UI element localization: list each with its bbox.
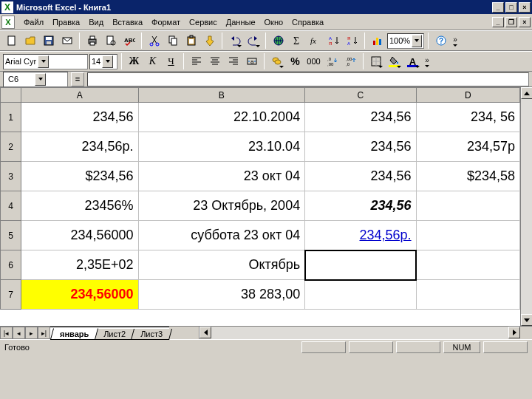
menu-insert[interactable]: Вставка	[108, 16, 147, 28]
underline-button[interactable]: Ч	[163, 53, 180, 69]
cell[interactable]	[305, 280, 416, 310]
tab-first-button[interactable]: |◂	[0, 327, 13, 339]
cell[interactable]: Октябрь	[138, 250, 305, 280]
menu-view[interactable]: Вид	[84, 16, 108, 28]
currency-button[interactable]	[268, 53, 285, 69]
cut-button[interactable]	[146, 33, 163, 49]
cell-active[interactable]	[305, 250, 416, 280]
cell[interactable]: 23456%	[21, 191, 138, 221]
scroll-track[interactable]	[211, 327, 508, 339]
cell[interactable]: 23 окт 04	[138, 162, 305, 191]
save-button[interactable]	[40, 33, 57, 49]
cell[interactable]: 234,56	[21, 103, 138, 132]
scroll-up-button[interactable]	[521, 87, 532, 99]
scroll-right-button[interactable]	[508, 327, 520, 338]
vertical-scrollbar[interactable]	[520, 87, 532, 326]
row-header-7[interactable]: 7	[1, 280, 21, 310]
merge-center-button[interactable]: a	[243, 53, 260, 69]
fill-color-button[interactable]	[386, 53, 403, 69]
decrease-decimal-button[interactable]: ,00,0	[342, 53, 359, 69]
sheet-tab[interactable]: январь	[50, 328, 99, 340]
paste-button[interactable]	[183, 33, 200, 49]
formula-input[interactable]	[87, 72, 529, 86]
font-size-combo[interactable]: 14	[89, 54, 117, 69]
cell[interactable]: $234,56	[21, 162, 138, 191]
doc-minimize-button[interactable]: _	[492, 17, 504, 27]
increase-decimal-button[interactable]: ,0,00	[324, 53, 341, 69]
doc-close-button[interactable]: ×	[519, 17, 531, 27]
sort-desc-button[interactable]: ЯА	[344, 33, 361, 49]
percent-button[interactable]: %	[287, 53, 304, 69]
cell[interactable]: 234,56000	[21, 280, 138, 310]
menu-format[interactable]: Формат	[147, 16, 185, 28]
select-all-corner[interactable]	[1, 88, 21, 103]
format-toolbar-overflow[interactable]	[423, 53, 432, 69]
autosum-button[interactable]: Σ	[288, 33, 305, 49]
cell[interactable]: 22.10.2004	[138, 103, 305, 132]
redo-button[interactable]	[245, 33, 262, 49]
align-left-button[interactable]	[188, 53, 205, 69]
print-button[interactable]	[83, 33, 100, 49]
scroll-track[interactable]	[521, 99, 532, 314]
row-header-4[interactable]: 4	[1, 191, 21, 221]
menu-edit[interactable]: Правка	[48, 16, 84, 28]
tab-next-button[interactable]: ▸	[25, 327, 38, 339]
scroll-down-button[interactable]	[521, 314, 532, 326]
cell[interactable]: 234,56	[305, 103, 416, 132]
row-header-1[interactable]: 1	[1, 103, 21, 132]
cell[interactable]: суббота 23 окт 04	[138, 221, 305, 250]
hyperlink-button[interactable]	[270, 33, 287, 49]
sheet-tab[interactable]: Лист2	[94, 329, 135, 340]
open-button[interactable]	[21, 33, 38, 49]
horizontal-scrollbar[interactable]	[199, 327, 520, 339]
menu-tools[interactable]: Сервис	[185, 16, 222, 28]
row-header-5[interactable]: 5	[1, 221, 21, 250]
row-header-2[interactable]: 2	[1, 132, 21, 162]
zoom-combo[interactable]: 100%	[387, 33, 424, 49]
format-painter-button[interactable]	[201, 33, 218, 49]
row-header-6[interactable]: 6	[1, 250, 21, 280]
font-name-combo[interactable]: Arial Cyr	[3, 54, 88, 69]
sort-asc-button[interactable]: АЯ	[325, 33, 342, 49]
cell[interactable]: 234,56	[305, 132, 416, 162]
cell[interactable]: 234, 56	[416, 103, 519, 132]
scroll-left-button[interactable]	[200, 327, 211, 338]
cell[interactable]: 234,56р.	[21, 132, 138, 162]
paste-function-button[interactable]: fx	[307, 33, 324, 49]
cell[interactable]: 23 Октябрь, 2004	[138, 191, 305, 221]
menu-file[interactable]: Файл	[19, 16, 48, 28]
doc-restore-button[interactable]: ❐	[505, 17, 517, 27]
cell[interactable]	[416, 280, 519, 310]
cell[interactable]	[416, 221, 519, 250]
print-preview-button[interactable]	[102, 33, 119, 49]
col-header-C[interactable]: C	[305, 88, 416, 103]
email-button[interactable]	[58, 33, 75, 49]
cell[interactable]: 234,56	[305, 162, 416, 191]
align-center-button[interactable]	[206, 53, 223, 69]
new-button[interactable]	[3, 33, 20, 49]
cell[interactable]: 234,56	[305, 191, 416, 221]
align-right-button[interactable]	[225, 53, 242, 69]
help-button[interactable]: ?	[432, 33, 449, 49]
copy-button[interactable]	[164, 33, 181, 49]
sheet-tab[interactable]: Лист3	[131, 329, 172, 340]
cell[interactable]: 234,56000	[21, 221, 138, 250]
tab-prev-button[interactable]: ◂	[13, 327, 25, 339]
borders-button[interactable]	[367, 53, 384, 69]
maximize-button[interactable]: □	[505, 2, 517, 13]
undo-button[interactable]	[226, 33, 243, 49]
col-header-B[interactable]: B	[138, 88, 305, 103]
cell[interactable]: 2,35E+02	[21, 250, 138, 280]
cell[interactable]	[416, 250, 519, 280]
cell[interactable]: $234,58	[416, 162, 519, 191]
chart-wizard-button[interactable]	[369, 33, 386, 49]
col-header-A[interactable]: A	[21, 88, 138, 103]
cell[interactable]: 234,56р.	[305, 221, 416, 250]
edit-formula-button[interactable]: =	[71, 72, 84, 86]
toolbar-overflow[interactable]	[451, 33, 460, 49]
workbook-icon[interactable]: X	[1, 16, 15, 29]
comma-button[interactable]: 000	[305, 53, 322, 69]
italic-button[interactable]: К	[144, 53, 161, 69]
cell[interactable]: 23.10.04	[138, 132, 305, 162]
col-header-D[interactable]: D	[416, 88, 519, 103]
